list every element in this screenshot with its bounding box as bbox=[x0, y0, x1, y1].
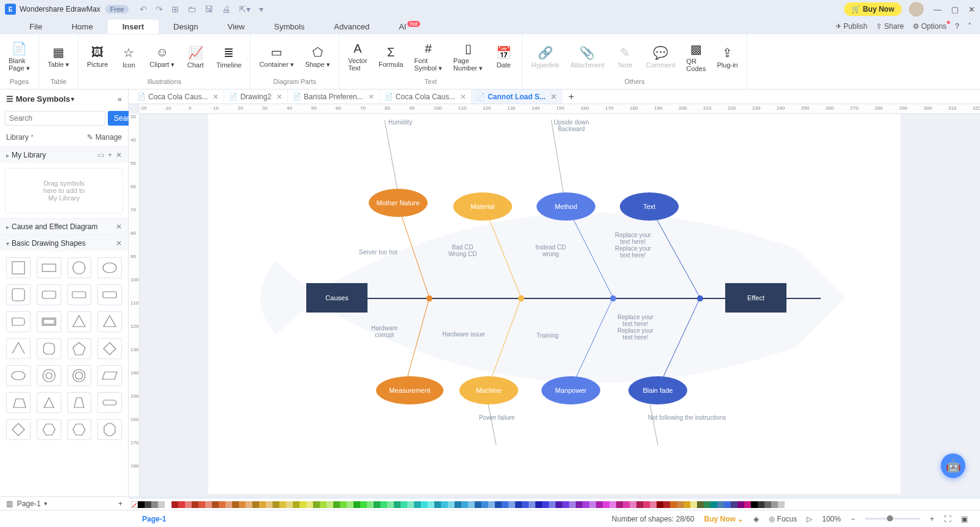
color-swatch[interactable] bbox=[481, 501, 488, 508]
shape-item[interactable] bbox=[97, 392, 122, 413]
color-swatch[interactable] bbox=[576, 501, 582, 508]
humidity-label[interactable]: Humidity bbox=[388, 119, 412, 126]
color-swatch[interactable] bbox=[138, 501, 145, 508]
text-node[interactable]: Text bbox=[620, 192, 679, 221]
mother-nature-node[interactable]: Mother Nature bbox=[369, 189, 428, 217]
color-swatch[interactable] bbox=[454, 501, 461, 508]
color-swatch[interactable] bbox=[758, 501, 764, 508]
color-swatch[interactable] bbox=[192, 501, 198, 508]
symbol-search-input[interactable] bbox=[5, 111, 105, 126]
collapse-ribbon-icon[interactable]: ˄ bbox=[968, 22, 971, 31]
print-icon[interactable]: 🖨 bbox=[222, 4, 230, 14]
color-swatch[interactable] bbox=[266, 501, 273, 508]
close-icon[interactable]: ✕ bbox=[968, 5, 975, 14]
hw-corrupt-label[interactable]: Hardware corrupt bbox=[371, 325, 398, 338]
color-swatch[interactable] bbox=[360, 501, 367, 508]
fit-page-icon[interactable]: ⛶ bbox=[944, 515, 951, 523]
color-swatch[interactable] bbox=[367, 501, 374, 508]
shape-item[interactable] bbox=[67, 284, 92, 305]
color-swatch[interactable] bbox=[279, 501, 286, 508]
ribbon-vector-text-button[interactable]: AVector Text bbox=[344, 39, 371, 74]
power-failure-label[interactable]: Power failure bbox=[479, 414, 514, 421]
color-swatch[interactable] bbox=[428, 501, 434, 508]
replace-text-2-label[interactable]: Replace your text here! Replace your tex… bbox=[617, 314, 654, 341]
more-qat-icon[interactable]: ▾ bbox=[259, 4, 263, 14]
color-swatch[interactable] bbox=[684, 501, 690, 508]
color-swatch[interactable] bbox=[697, 501, 704, 508]
shape-item[interactable] bbox=[97, 419, 122, 440]
color-swatch[interactable] bbox=[690, 501, 697, 508]
collapse-panel-icon[interactable]: « bbox=[118, 94, 122, 104]
zoom-in-icon[interactable]: + bbox=[930, 515, 934, 523]
color-swatch[interactable] bbox=[562, 501, 569, 508]
color-swatch[interactable] bbox=[326, 501, 333, 508]
material-node[interactable]: Material bbox=[453, 192, 512, 221]
color-swatch[interactable] bbox=[495, 501, 502, 508]
color-swatch[interactable] bbox=[488, 501, 495, 508]
ribbon-date-button[interactable]: 📅Date bbox=[490, 43, 517, 71]
canvas-page[interactable]: Causes Effect Mother Nature Material Met bbox=[208, 114, 900, 494]
color-swatch[interactable] bbox=[212, 501, 219, 508]
ribbon-formula-button[interactable]: ΣFormula bbox=[375, 43, 407, 70]
color-swatch[interactable] bbox=[232, 501, 239, 508]
color-swatch[interactable] bbox=[219, 501, 225, 508]
replace-text-1-label[interactable]: Replace your text here! Replace your tex… bbox=[615, 232, 651, 259]
export-icon[interactable]: ⇱▾ bbox=[239, 4, 251, 14]
method-node[interactable]: Method bbox=[537, 192, 595, 221]
shape-item[interactable] bbox=[67, 365, 92, 386]
shape-item[interactable] bbox=[97, 284, 122, 305]
color-swatch[interactable] bbox=[340, 501, 347, 508]
color-swatch[interactable] bbox=[677, 501, 684, 508]
color-swatch[interactable] bbox=[434, 501, 441, 508]
shape-item[interactable] bbox=[37, 284, 61, 305]
color-swatch[interactable] bbox=[670, 501, 677, 508]
cause-effect-header[interactable]: ▸ Cause and Effect Diagram ✕ bbox=[0, 219, 128, 235]
new-icon[interactable]: ⊞ bbox=[172, 4, 179, 14]
zoom-slider[interactable] bbox=[865, 518, 920, 520]
color-swatch[interactable] bbox=[549, 501, 556, 508]
shape-item[interactable] bbox=[67, 419, 92, 440]
blain-fade-node[interactable]: Blain fade bbox=[628, 376, 687, 404]
dropdown-icon[interactable]: ▾ bbox=[71, 96, 74, 102]
color-swatch[interactable] bbox=[421, 501, 428, 508]
color-swatch[interactable] bbox=[529, 501, 535, 508]
menu-ai[interactable]: AIhot bbox=[384, 20, 435, 34]
color-swatch[interactable] bbox=[636, 501, 643, 508]
page-layout-icon[interactable]: ▥ bbox=[6, 499, 13, 508]
redo-icon[interactable]: ↷ bbox=[156, 4, 163, 14]
hw-issue-label[interactable]: Hardware issue bbox=[442, 331, 484, 338]
color-swatch[interactable] bbox=[704, 501, 710, 508]
upside-label[interactable]: Upside down Backward bbox=[554, 119, 589, 132]
color-swatch[interactable] bbox=[468, 501, 475, 508]
color-swatch[interactable] bbox=[556, 501, 562, 508]
ribbon-plug-in-button[interactable]: ⇪Plug-in bbox=[713, 43, 741, 71]
ribbon-clipart--button[interactable]: ☺Clipart ▾ bbox=[146, 43, 178, 71]
add-icon[interactable]: + bbox=[108, 151, 112, 159]
color-swatch[interactable] bbox=[717, 501, 724, 508]
color-swatch[interactable] bbox=[252, 501, 259, 508]
manpower-node[interactable]: Manpower bbox=[541, 376, 600, 404]
shape-item[interactable] bbox=[37, 311, 61, 332]
color-swatch[interactable] bbox=[172, 501, 178, 508]
ribbon-blank-page--button[interactable]: 📄Blank Page ▾ bbox=[5, 39, 34, 75]
add-page-icon[interactable]: + bbox=[118, 499, 123, 508]
color-swatch[interactable] bbox=[778, 501, 785, 508]
close-section-icon[interactable]: ✕ bbox=[116, 239, 122, 248]
active-page-label[interactable]: Page-1 bbox=[142, 515, 166, 523]
buy-now-button[interactable]: 🛒 Buy Now bbox=[844, 2, 902, 16]
color-swatch[interactable] bbox=[650, 501, 657, 508]
color-swatch[interactable] bbox=[508, 501, 515, 508]
color-swatch[interactable] bbox=[387, 501, 394, 508]
color-swatch[interactable] bbox=[286, 501, 293, 508]
color-swatch[interactable] bbox=[643, 501, 650, 508]
color-swatch[interactable] bbox=[630, 501, 636, 508]
color-swatch[interactable] bbox=[663, 501, 670, 508]
color-swatch[interactable] bbox=[300, 501, 306, 508]
shape-item[interactable] bbox=[37, 365, 61, 386]
color-swatch[interactable] bbox=[407, 501, 414, 508]
color-swatch[interactable] bbox=[596, 501, 603, 508]
shape-item[interactable] bbox=[97, 338, 122, 359]
machine-node[interactable]: Machine bbox=[459, 376, 518, 404]
color-swatch[interactable] bbox=[616, 501, 623, 508]
menu-home[interactable]: Home bbox=[57, 20, 108, 34]
